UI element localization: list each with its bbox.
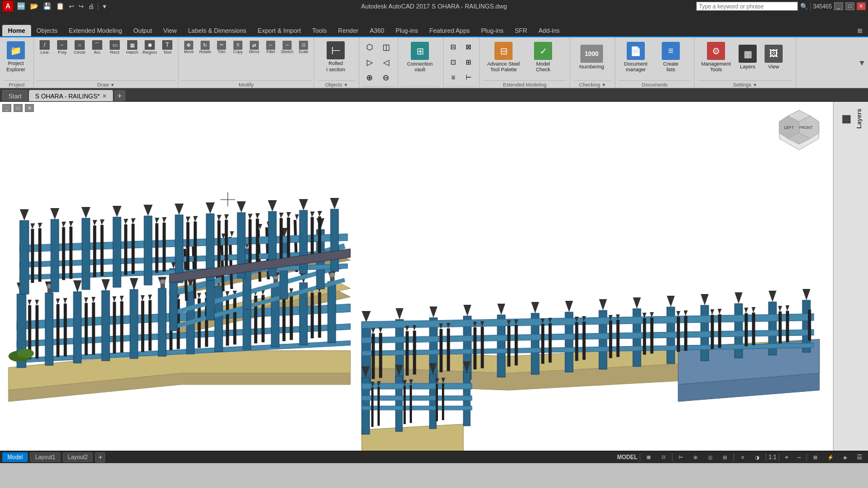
tab-tools[interactable]: Tools (307, 25, 333, 36)
polar-button[interactable]: ⊕ (689, 453, 702, 462)
tab-a360[interactable]: A360 (364, 25, 390, 36)
otrack-button[interactable]: ⊞ (719, 453, 731, 462)
hardware-accel-button[interactable]: ⚡ (824, 453, 836, 462)
region-button[interactable]: ◼ Region (141, 40, 158, 55)
arc-button[interactable]: ⌒ Arc (89, 40, 106, 55)
customize-button[interactable]: ▼ (101, 3, 108, 10)
sweep-button[interactable]: ◁ (378, 55, 394, 70)
tab-expand-button[interactable]: ⊞ (852, 25, 868, 36)
rolled-isection-button[interactable]: ⊢ RolledI section (318, 40, 354, 75)
ribbon-expand[interactable]: ▼ (856, 37, 868, 88)
line-button[interactable]: / Line (36, 40, 53, 55)
viewport-minimize[interactable]: _ (2, 104, 11, 112)
save-as-button[interactable]: 📋 (55, 2, 66, 10)
layers-panel-button[interactable]: ▦ Layers (837, 104, 865, 133)
tab-home[interactable]: Home (2, 25, 31, 36)
grid-button[interactable]: ▦ (643, 453, 655, 462)
loft-button[interactable]: ▷ (362, 55, 377, 70)
ortho-button[interactable]: ⊢ (675, 453, 687, 462)
circle-button[interactable]: ○ Circle (71, 40, 88, 55)
stretch-button[interactable]: ↔ Stretch (279, 40, 295, 54)
zoom-in-button[interactable]: + (782, 453, 792, 462)
lineweight-button[interactable]: ≡ (736, 453, 749, 462)
customize-statusbar-button[interactable]: ☰ (853, 453, 866, 462)
hatch-button[interactable]: ▦ Hatch (124, 40, 141, 55)
scale-button[interactable]: ⊡ Scale (296, 40, 311, 54)
isolate-button[interactable]: ◈ (839, 453, 851, 462)
extrude-button[interactable]: ⬡ (362, 40, 377, 54)
text-button[interactable]: T Text (159, 40, 176, 55)
tab-layout2[interactable]: Layout2 (63, 452, 93, 462)
fillet-button[interactable]: ⌐ Fillet (263, 40, 279, 54)
svg-rect-134 (82, 218, 90, 290)
icon-btn-5[interactable]: ≡ (446, 70, 461, 85)
window-close-button[interactable]: ✕ (857, 2, 866, 10)
tab-render[interactable]: Render (332, 25, 364, 36)
tab-export-import[interactable]: Export & Import (252, 25, 306, 36)
viewport-close[interactable]: ✕ (25, 104, 34, 112)
viewport-restore[interactable]: □ (14, 104, 23, 112)
app-logo[interactable]: A (2, 1, 14, 12)
tab-plugins2[interactable]: Plug-ins (475, 25, 509, 36)
management-tools-button[interactable]: ⚙ ManagementTools (698, 40, 734, 75)
layers-button[interactable]: ▦ Layers (735, 40, 760, 75)
close-tab-icon[interactable]: ✕ (102, 93, 107, 99)
advance-steel-palette-button[interactable]: ⊟ Advance SteelTool Palette (483, 40, 524, 75)
model-check-button[interactable]: ✓ ModelCheck (525, 40, 561, 75)
tab-output[interactable]: Output (128, 25, 158, 36)
osnap-button[interactable]: ◎ (704, 453, 717, 462)
tab-plugins[interactable]: Plug-ins (390, 25, 424, 36)
doc-tab-start[interactable]: Start (2, 90, 28, 101)
move-button[interactable]: ✥ Move (181, 40, 197, 54)
union-button[interactable]: ⊕ (362, 70, 377, 85)
open-file-button[interactable]: 📂 (29, 2, 40, 10)
tab-labels-dimensions[interactable]: Labels & Dimensions (183, 25, 252, 36)
tab-layout1[interactable]: Layout1 (30, 452, 60, 462)
connection-vault-button[interactable]: ⊞ Connectionvault (402, 40, 438, 75)
add-doc-tab[interactable]: + (114, 90, 125, 101)
snap-button[interactable]: ⊡ (657, 453, 670, 462)
trim-button[interactable]: ✂ Trim (214, 40, 229, 54)
transparency-button[interactable]: ◑ (751, 453, 763, 462)
icon-btn-4[interactable]: ⊞ (461, 55, 476, 70)
tab-extended-modeling[interactable]: Extended Modeling (63, 25, 128, 36)
mirror-button[interactable]: ⇌ Mirror (246, 40, 262, 54)
save-button[interactable]: 💾 (42, 2, 53, 10)
icon-btn-1[interactable]: ⊟ (446, 40, 461, 54)
view-button[interactable]: 🖼 View (761, 40, 786, 75)
rotate-button[interactable]: ↻ Rotate (197, 40, 213, 54)
tab-featured-apps[interactable]: Featured Apps (424, 25, 476, 36)
project-explorer-button[interactable]: 📁 ProjectExplorer (3, 40, 28, 75)
new-file-button[interactable]: 🆕 (16, 2, 27, 10)
icon-btn-3[interactable]: ⊡ (446, 55, 461, 70)
undo-button[interactable]: ↩ (68, 3, 75, 10)
copy-button[interactable]: ⎘ Copy (230, 40, 246, 54)
tab-add-ins[interactable]: Add-ins (533, 25, 565, 36)
tab-objects[interactable]: Objects (31, 25, 63, 36)
add-layout-button[interactable]: + (95, 452, 105, 463)
viewport-cube[interactable]: FRONT LEFT (776, 107, 822, 153)
revolve-button[interactable]: ◫ (378, 40, 394, 54)
rect-button[interactable]: ▭ Rect (106, 40, 123, 55)
polyline-button[interactable]: ⌐ Poly (54, 40, 71, 55)
tab-view[interactable]: View (158, 25, 183, 36)
tab-model[interactable]: Model (2, 452, 28, 462)
tab-sfr[interactable]: SFR (509, 25, 533, 36)
subtract-button[interactable]: ⊖ (378, 70, 394, 85)
numbering-button[interactable]: 1000 Numbering (574, 40, 610, 75)
window-min-button[interactable]: _ (834, 2, 843, 10)
document-manager-button[interactable]: 📄 Documentmanager (619, 40, 653, 75)
icon-btn-6[interactable]: ⊢ (461, 70, 476, 85)
drawing-viewport[interactable]: _ □ ✕ FRONT LEFT (0, 102, 833, 451)
plot-button[interactable]: 🖨 (87, 3, 96, 10)
doc-tab-railings[interactable]: S OHARA - RAILINGS* ✕ (29, 90, 112, 101)
viewport-tools-button[interactable]: ⊠ (809, 453, 822, 462)
search-button[interactable]: 🔍 (800, 3, 808, 10)
redo-button[interactable]: ↪ (77, 3, 85, 10)
window-max-button[interactable]: □ (845, 2, 854, 10)
zoom-out-button[interactable]: − (794, 453, 804, 462)
ribbon-group-isection: ⊢ RolledI section Objects ▼ (314, 37, 359, 88)
icon-btn-2[interactable]: ⊠ (461, 40, 476, 54)
search-input[interactable] (696, 2, 798, 11)
create-lists-button[interactable]: ≡ Createlists (654, 40, 688, 75)
